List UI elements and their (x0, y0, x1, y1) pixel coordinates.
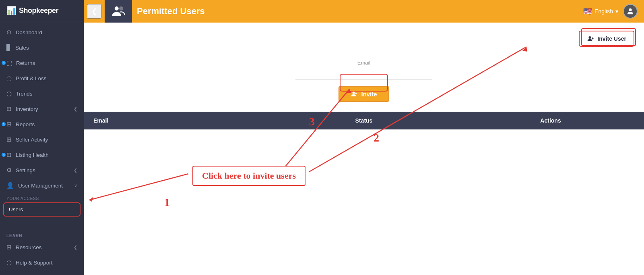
language-selector[interactable]: 🇺🇸 English ▾ (583, 7, 618, 16)
sidebar-item-user-management[interactable]: 👤 User Management ∨ (0, 178, 84, 193)
sidebar-logo: 📊 Shopkeeper (0, 0, 84, 21)
annotation-label-text: Click here to invite users (202, 171, 296, 181)
trends-icon: ◌ (6, 90, 12, 97)
invite-user-button[interactable]: Invite User (579, 31, 634, 47)
invite-btn-label: Invite (361, 91, 377, 98)
beta-badge: β (2, 122, 6, 126)
email-label: Email (295, 60, 432, 66)
sidebar-item-label: Resources (16, 244, 42, 250)
sidebar-item-label: Trends (16, 91, 33, 97)
svg-point-0 (115, 6, 119, 10)
sidebar-item-help-support[interactable]: ◌ Help & Support (0, 255, 84, 270)
sidebar-item-label: Settings (16, 167, 35, 173)
annotation-number-1: 1 (164, 196, 170, 209)
sidebar-item-label: Reports (16, 121, 35, 127)
invite-user-btn-label: Invite User (597, 35, 626, 42)
content-area: Invite User Email Invite Email Sta (84, 23, 644, 275)
main-area: ❮ Permitted Users 🇺🇸 English ▾ (84, 0, 644, 275)
email-input[interactable] (295, 67, 432, 79)
learn-label: LEARN (0, 229, 84, 240)
dashboard-icon: ⊙ (6, 29, 12, 36)
table-header: Email Status Actions (84, 112, 644, 129)
sidebar-item-resources[interactable]: ⊞ Resources ❮ (0, 240, 84, 255)
avatar-icon (626, 7, 635, 16)
nav-section: ⊙ Dashboard ▊ Sales β ⬚ Returns ◌ Profit… (0, 21, 84, 229)
chevron-icon: ❮ (74, 245, 77, 250)
page-icon-box (105, 0, 132, 23)
invite-user-btn-wrap: Invite User (84, 23, 644, 47)
sidebar-item-label: Profit & Loss (16, 75, 47, 81)
sidebar-item-profit-loss[interactable]: ◌ Profit & Loss (0, 71, 84, 86)
sidebar-item-label: Listing Health (16, 152, 49, 158)
language-label: English (594, 8, 613, 15)
annotation-label-box: Click here to invite users (192, 166, 305, 186)
sales-icon: ▊ (6, 44, 11, 51)
user-management-icon: 👤 (6, 182, 14, 189)
sidebar: 📊 Shopkeeper ⊙ Dashboard ▊ Sales β ⬚ Ret… (0, 0, 84, 275)
sidebar-item-label: Returns (16, 60, 35, 66)
svg-point-6 (353, 92, 355, 94)
annotation-number-2: 2 (374, 131, 379, 144)
sidebar-item-label: User Management (18, 183, 63, 189)
sidebar-item-settings[interactable]: ⚙ Settings ❮ (0, 162, 84, 178)
beta-badge: β (2, 153, 6, 157)
sidebar-item-seller-activity[interactable]: ⊞ Seller Activity (0, 132, 84, 147)
email-input-wrap: Email (295, 60, 432, 79)
sidebar-item-label: Inventory (16, 106, 38, 112)
sidebar-item-label: Seller Activity (16, 137, 48, 143)
sidebar-item-trends[interactable]: ◌ Trends (0, 86, 84, 101)
table-header-actions: Actions (457, 112, 644, 129)
sidebar-item-listing-health[interactable]: β ⊞ Listing Health (0, 147, 84, 162)
invite-btn-icon (351, 90, 358, 98)
flag-icon: 🇺🇸 (583, 7, 592, 16)
sidebar-item-label: Sales (15, 45, 29, 51)
svg-marker-10 (89, 197, 93, 202)
topbar-right: 🇺🇸 English ▾ (583, 4, 638, 19)
chevron-down-icon: ▾ (615, 8, 618, 15)
resources-icon: ⊞ (6, 244, 12, 251)
help-icon: ◌ (6, 259, 12, 266)
sidebar-item-users[interactable]: Users (3, 202, 80, 217)
your-access-label: Your Access (0, 193, 84, 202)
sidebar-item-reports[interactable]: β ⊞ Reports (0, 117, 84, 132)
table-header-email: Email (84, 112, 270, 129)
permitted-users-icon (111, 4, 125, 18)
invite-button[interactable]: Invite (339, 86, 389, 102)
sidebar-item-sales[interactable]: ▊ Sales (0, 40, 84, 55)
sidebar-item-label: Help & Support (16, 260, 53, 266)
listing-health-icon: ⊞ (6, 151, 12, 158)
reports-icon: ⊞ (6, 121, 12, 128)
logo-icon: 📊 (6, 6, 17, 15)
svg-point-1 (120, 7, 123, 10)
page-title: Permitted Users (137, 6, 583, 17)
chevron-icon: ❮ (74, 106, 77, 112)
sidebar-item-dashboard[interactable]: ⊙ Dashboard (0, 25, 84, 40)
profit-loss-icon: ◌ (6, 75, 12, 82)
inventory-icon: ⊞ (6, 105, 12, 112)
beta-badge: β (2, 61, 6, 65)
invite-user-btn-icon (587, 35, 594, 42)
topbar: ❮ Permitted Users 🇺🇸 English ▾ (84, 0, 644, 23)
users-label: Users (9, 206, 23, 212)
svg-line-9 (89, 174, 188, 200)
sidebar-collapse-button[interactable]: ❮ (87, 4, 101, 19)
settings-icon: ⚙ (6, 167, 12, 174)
sidebar-item-inventory[interactable]: ⊞ Inventory ❮ (0, 101, 84, 117)
sidebar-item-label: Dashboard (16, 29, 42, 35)
app-name: Shopkeeper (19, 6, 58, 15)
returns-icon: ⬚ (6, 59, 12, 67)
email-form-area: Email Invite (84, 47, 644, 112)
chevron-icon: ∨ (74, 183, 77, 188)
sidebar-bottom: LEARN ⊞ Resources ❮ ◌ Help & Support (0, 229, 84, 275)
table-header-status: Status (270, 112, 457, 129)
svg-point-2 (629, 8, 632, 11)
svg-point-3 (589, 36, 591, 39)
sidebar-item-returns[interactable]: β ⬚ Returns (0, 55, 84, 71)
seller-activity-icon: ⊞ (6, 136, 12, 143)
chevron-icon: ❮ (74, 168, 77, 173)
user-avatar[interactable] (623, 4, 638, 19)
